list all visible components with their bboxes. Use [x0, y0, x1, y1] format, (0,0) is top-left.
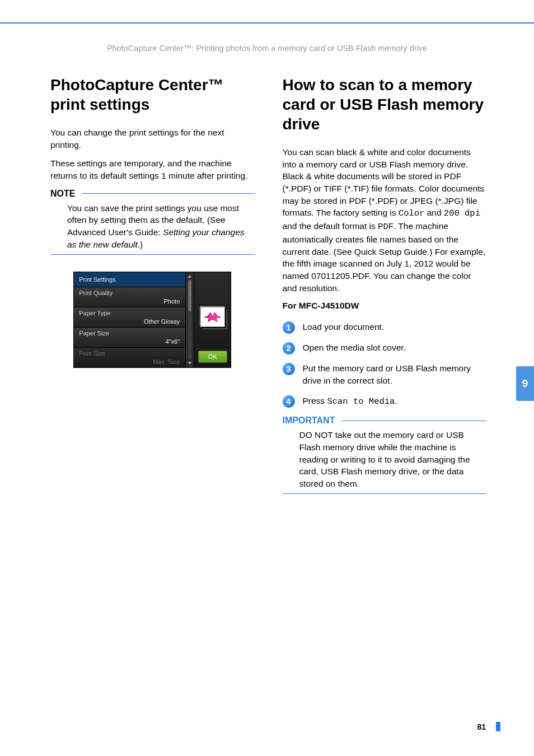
lcd-row-value: 4"x6"	[166, 338, 180, 345]
step-3: 3 Put the memory card or USB Flash memor…	[283, 362, 487, 386]
right-p1b: and	[424, 208, 443, 217]
step-text: Press Scan to Media.	[303, 395, 487, 408]
step-text: Put the memory card or USB Flash memory …	[303, 362, 487, 386]
lcd-row-label: Print Size	[79, 350, 180, 357]
right-p1a: You can scan black & white and color doc…	[283, 147, 485, 217]
lcd-row-paper-type: Paper Type Other Glossy	[74, 307, 185, 327]
top-accent-bar	[0, 22, 534, 24]
page-number: 81	[477, 722, 486, 731]
photo-preview-icon	[200, 307, 225, 327]
chapter-tab: 9	[516, 366, 534, 401]
lcd-row-label: Print Quality	[79, 290, 180, 296]
right-para-1: You can scan black & white and color doc…	[283, 146, 487, 294]
scroll-track	[188, 280, 191, 360]
running-header: PhotoCapture Center™: Printing photos fr…	[0, 44, 534, 53]
lcd-preview-panel: OK	[194, 272, 231, 367]
step-2: 2 Open the media slot cover.	[283, 342, 487, 354]
code-200dpi: 200 dpi	[444, 208, 480, 218]
step-number-icon: 4	[283, 395, 295, 408]
page-number-accent	[496, 722, 500, 731]
step-number-icon: 3	[283, 363, 295, 375]
important-rule-line	[341, 421, 486, 421]
step-number-icon: 1	[283, 321, 295, 334]
step4-b: .	[395, 396, 397, 405]
important-label: IMPORTANT	[283, 416, 342, 426]
left-column: PhotoCapture Center™ print settings You …	[50, 75, 255, 511]
code-color: Color	[399, 208, 425, 218]
right-p1d: . The machine automatically creates file…	[283, 221, 486, 292]
scroll-thumb	[188, 280, 191, 312]
step-1: 1 Load your document.	[283, 321, 487, 334]
important-header-row: IMPORTANT	[283, 416, 487, 426]
lcd-row-value: Photo	[164, 298, 180, 305]
lcd-list: Print Settings Print Quality Photo Paper…	[74, 272, 185, 367]
step-text: Open the media slot cover.	[303, 342, 487, 354]
note-header-row: NOTE	[50, 189, 255, 199]
step-number-icon: 2	[283, 342, 295, 354]
page-content: PhotoCapture Center™ print settings You …	[0, 53, 534, 511]
left-para-2: These settings are temporary, and the ma…	[50, 157, 255, 181]
left-para-1: You can change the print settings for th…	[50, 127, 255, 151]
left-heading: PhotoCapture Center™ print settings	[50, 75, 255, 114]
ok-button: OK	[198, 351, 227, 363]
lcd-row-label: Paper Type	[79, 310, 180, 316]
note-body: You can save the print settings you use …	[50, 202, 255, 251]
lcd-title: Print Settings	[74, 272, 185, 287]
lcd-row-paper-size: Paper Size 4"x6"	[74, 327, 185, 347]
lcd-row-print-size: Print Size Max. Size	[74, 347, 185, 367]
code-pdf: PDF	[378, 222, 394, 232]
right-column: How to scan to a memory card or USB Flas…	[283, 75, 487, 511]
step-4: 4 Press Scan to Media.	[283, 395, 487, 408]
right-heading: How to scan to a memory card or USB Flas…	[283, 75, 487, 134]
note-text-c: .)	[138, 240, 143, 249]
step4-a: Press	[303, 396, 327, 405]
step-text: Load your document.	[303, 321, 487, 333]
note-label: NOTE	[50, 189, 82, 199]
scroll-up-icon	[188, 275, 192, 278]
important-end-rule	[283, 493, 487, 494]
lcd-row-value: Other Glossy	[144, 318, 180, 325]
model-subhead: For MFC-J4510DW	[283, 301, 487, 311]
important-body: DO NOT take out the memory card or USB F…	[283, 429, 487, 489]
right-p1c: and the default format is	[283, 221, 378, 231]
lcd-row-value: Max. Size	[153, 358, 180, 365]
note-end-rule	[50, 254, 255, 255]
scroll-down-icon	[188, 362, 192, 365]
code-scan-to-media: Scan to Media	[327, 396, 395, 407]
note-rule-line	[82, 193, 254, 194]
lcd-row-label: Paper Size	[79, 330, 180, 337]
lcd-row-print-quality: Print Quality Photo	[74, 287, 185, 307]
lcd-scrollbar	[185, 272, 194, 367]
lcd-screenshot: Print Settings Print Quality Photo Paper…	[73, 272, 231, 368]
